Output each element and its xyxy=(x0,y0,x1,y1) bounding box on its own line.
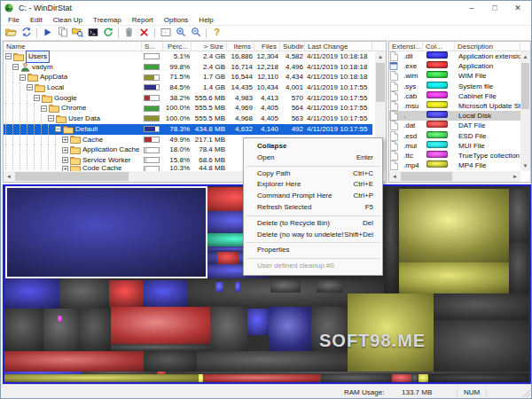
dir-col-files[interactable]: Files xyxy=(254,42,280,51)
dir-col-perc[interactable]: Perc... xyxy=(163,42,192,51)
extension-horizontal-scrollbar[interactable]: ◄ ► xyxy=(389,171,520,182)
minimize-button[interactable]: – xyxy=(460,1,483,14)
open-button[interactable] xyxy=(4,27,18,39)
menu-file[interactable]: File xyxy=(3,16,25,24)
ext-row-mui[interactable]: .muiMUI File xyxy=(389,141,522,151)
tree-row-chrome[interactable]: −Chrome100.0%555.5 MB4,9694,4055644/11/2… xyxy=(4,103,372,113)
context-menu-item-command-prompt-here[interactable]: Command Prompt HereCtrl+P xyxy=(244,191,382,202)
ext-col-1[interactable]: Col... xyxy=(423,42,455,51)
scroll-up-icon[interactable]: ▲ xyxy=(375,51,386,62)
tree-row-user-data[interactable]: −User Data100.0%555.5 MB4,9684,4055634/1… xyxy=(4,113,372,124)
menu-edit[interactable]: Edit xyxy=(25,16,48,24)
dir-col-subdirs[interactable]: Subdirs xyxy=(280,42,305,51)
treemap-block[interactable] xyxy=(392,374,411,382)
treemap-block[interactable] xyxy=(210,307,247,351)
treemap-block[interactable] xyxy=(247,309,269,335)
scrollbar-thumb[interactable] xyxy=(521,63,529,109)
zoom-out-button[interactable] xyxy=(189,27,202,39)
treemap-block[interactable] xyxy=(321,374,392,382)
ext-row-exe[interactable]: .exeApplication xyxy=(389,61,522,71)
tree-row-appdata[interactable]: −AppData71.5%1.7 GB16,54412,1104,4344/11… xyxy=(4,72,372,82)
ext-row-esd[interactable]: .esdESD File xyxy=(389,131,522,141)
dir-col-s[interactable]: S... xyxy=(142,42,163,51)
ext-row-mp4[interactable]: .mp4MP4 File xyxy=(389,160,522,170)
treemap-block[interactable] xyxy=(434,320,529,373)
context-menu-item-explorer-here[interactable]: Explorer HereCtrl+E xyxy=(244,179,382,191)
refresh-all-button[interactable] xyxy=(20,27,33,39)
command-prompt-button[interactable] xyxy=(86,27,99,39)
scroll-down-icon[interactable]: ▼ xyxy=(520,160,530,171)
scroll-left-icon[interactable]: ◄ xyxy=(389,171,400,182)
treemap-block[interactable] xyxy=(235,282,240,292)
treemap-block[interactable] xyxy=(144,280,187,307)
context-menu-item-delete-no-way-to-undelete[interactable]: Delete (no way to undelete!)Shift+Del xyxy=(244,230,382,241)
explorer-here-button[interactable] xyxy=(71,27,84,39)
tree-row-google[interactable]: −Google38.2%555.6 MB4,9834,4135704/11/20… xyxy=(4,93,372,104)
treemap-block[interactable] xyxy=(428,374,529,382)
ext-row-wim[interactable]: .wimWIM File xyxy=(389,71,522,81)
menu-options[interactable]: Options xyxy=(159,16,194,24)
scroll-right-icon[interactable]: ► xyxy=(510,171,520,182)
treemap-block[interactable] xyxy=(111,307,210,344)
collapse-icon[interactable]: − xyxy=(5,53,12,59)
treemap-block[interactable] xyxy=(270,280,301,293)
menu-report[interactable]: Report xyxy=(127,16,159,24)
treemap-block[interactable] xyxy=(203,374,321,382)
ext-row-dat[interactable]: .datDAT File xyxy=(389,121,522,130)
treemap-block[interactable] xyxy=(4,278,59,309)
ext-row-cab[interactable]: .cabCabinet File xyxy=(389,91,522,101)
treemap-block[interactable] xyxy=(4,374,199,382)
collapse-icon[interactable]: − xyxy=(27,84,33,90)
tree-row-default[interactable]: −Default78.3%434.8 MB4,6324,1404924/11/2… xyxy=(4,124,372,135)
collapse-icon[interactable]: − xyxy=(34,95,40,101)
treemap-block[interactable] xyxy=(419,374,428,382)
dir-col-size[interactable]: > Size xyxy=(192,42,227,51)
copy-path-button[interactable] xyxy=(56,27,69,39)
tree-row-users[interactable]: −Users5.1%2.4 GB16,88612,3044,5824/11/20… xyxy=(4,51,372,62)
collapse-icon[interactable]: − xyxy=(20,74,26,81)
ext-row-ttc[interactable]: .ttcTrueType collection font xyxy=(389,151,522,160)
treemap-selected-region[interactable] xyxy=(5,186,207,278)
close-button[interactable]: ✕ xyxy=(506,1,529,14)
treemap-block[interactable] xyxy=(197,351,348,372)
tree-row-vadym[interactable]: −vadym99.8%2.4 GB16,71412,2184,4964/11/2… xyxy=(4,62,372,73)
recycle-bin-button[interactable] xyxy=(122,27,136,39)
tree-row-local[interactable]: −Local84.5%1.4 GB14,43510,4344,0014/11/2… xyxy=(4,82,372,93)
scroll-left-icon[interactable]: ◄ xyxy=(4,171,14,182)
resize-grip-icon[interactable] xyxy=(521,388,530,397)
treemap-block[interactable] xyxy=(399,189,509,262)
treemap-block[interactable] xyxy=(384,189,399,293)
expand-icon[interactable]: + xyxy=(62,147,68,153)
scrollbar-thumb[interactable] xyxy=(376,63,385,102)
menu-clean-up[interactable]: Clean Up xyxy=(48,16,88,24)
treemap-block[interactable] xyxy=(317,280,343,293)
extension-vertical-scrollbar[interactable]: ▲ ▼ xyxy=(520,51,530,171)
scrollbar-thumb[interactable] xyxy=(15,172,129,181)
ext-col-2[interactable]: Description xyxy=(455,42,520,51)
treemap-block[interactable] xyxy=(509,189,529,242)
collapse-icon[interactable]: − xyxy=(48,115,54,121)
maximize-button[interactable]: □ xyxy=(483,1,506,14)
treemap-block[interactable] xyxy=(109,280,144,307)
treemap-block[interactable] xyxy=(111,344,210,351)
treemap-block[interactable] xyxy=(215,282,223,292)
menu-help[interactable]: Help xyxy=(193,16,218,24)
treemap-block[interactable] xyxy=(509,242,529,293)
context-menu-item-properties[interactable]: Properties xyxy=(244,245,382,256)
context-menu-item-collapse[interactable]: Collapse xyxy=(244,141,382,153)
menu-treemap[interactable]: Treemap xyxy=(88,16,127,24)
dir-col-lastchange[interactable]: Last Change xyxy=(305,42,372,51)
resume-button[interactable] xyxy=(41,27,54,39)
collapse-icon[interactable]: − xyxy=(55,126,61,132)
scroll-up-icon[interactable]: ▲ xyxy=(520,51,530,62)
scrollbar-thumb[interactable] xyxy=(401,172,452,181)
expand-icon[interactable]: + xyxy=(62,157,68,163)
help-button[interactable]: ? xyxy=(210,27,223,39)
treemap-block[interactable] xyxy=(399,262,509,293)
treemap-block[interactable] xyxy=(4,351,144,372)
collapse-icon[interactable]: − xyxy=(41,106,47,112)
treemap-block[interactable] xyxy=(79,309,111,351)
treemap-block[interactable] xyxy=(59,278,109,309)
ext-row-sys[interactable]: .sysSystem file xyxy=(389,82,522,91)
ext-row-dll[interactable]: .dllApplication extension xyxy=(389,51,522,61)
